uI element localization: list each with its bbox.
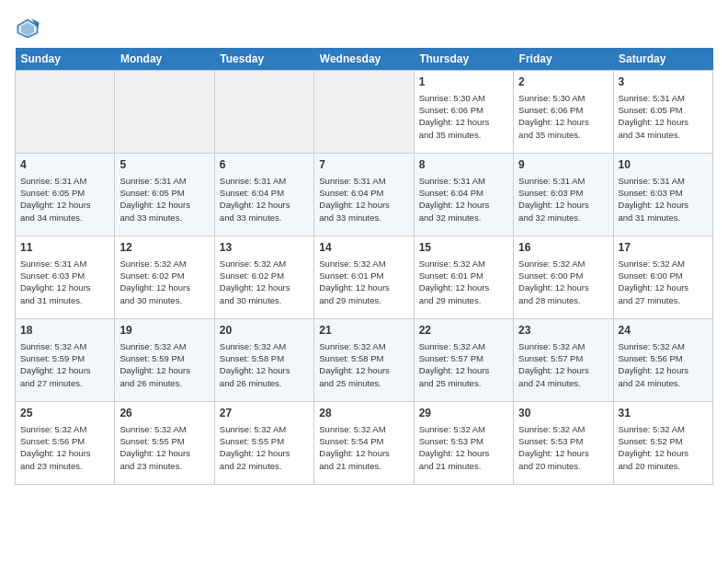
col-header-monday: Monday <box>115 48 214 71</box>
col-header-tuesday: Tuesday <box>214 48 313 71</box>
calendar-cell: 3Sunrise: 5:31 AM Sunset: 6:05 PM Daylig… <box>613 71 712 154</box>
day-info: Sunrise: 5:32 AM Sunset: 5:58 PM Dayligh… <box>220 340 309 389</box>
day-info: Sunrise: 5:31 AM Sunset: 6:05 PM Dayligh… <box>20 175 109 224</box>
calendar-cell: 25Sunrise: 5:32 AM Sunset: 5:56 PM Dayli… <box>16 402 115 485</box>
calendar-week-4: 18Sunrise: 5:32 AM Sunset: 5:59 PM Dayli… <box>16 319 713 402</box>
day-info: Sunrise: 5:32 AM Sunset: 5:52 PM Dayligh… <box>619 423 708 472</box>
day-info: Sunrise: 5:32 AM Sunset: 6:01 PM Dayligh… <box>319 258 408 306</box>
calendar-cell: 18Sunrise: 5:32 AM Sunset: 5:59 PM Dayli… <box>16 319 115 402</box>
page-header <box>15 15 713 40</box>
calendar-cell: 6Sunrise: 5:31 AM Sunset: 6:04 PM Daylig… <box>214 154 313 236</box>
calendar-cell: 9Sunrise: 5:31 AM Sunset: 6:03 PM Daylig… <box>514 154 613 236</box>
day-number: 21 <box>319 323 408 339</box>
calendar-cell: 17Sunrise: 5:32 AM Sunset: 6:00 PM Dayli… <box>613 236 712 319</box>
day-number: 26 <box>119 406 209 421</box>
calendar-cell: 15Sunrise: 5:32 AM Sunset: 6:01 PM Dayli… <box>414 236 513 319</box>
day-info: Sunrise: 5:32 AM Sunset: 5:55 PM Dayligh… <box>220 423 309 472</box>
calendar-cell: 24Sunrise: 5:32 AM Sunset: 5:56 PM Dayli… <box>613 319 712 402</box>
day-number: 19 <box>119 323 209 339</box>
day-info: Sunrise: 5:32 AM Sunset: 5:58 PM Dayligh… <box>319 340 408 389</box>
calendar-cell: 20Sunrise: 5:32 AM Sunset: 5:58 PM Dayli… <box>214 319 313 402</box>
calendar-week-2: 4Sunrise: 5:31 AM Sunset: 6:05 PM Daylig… <box>16 154 713 236</box>
col-header-thursday: Thursday <box>414 48 513 71</box>
day-number: 12 <box>119 240 209 256</box>
day-number: 24 <box>619 323 708 339</box>
calendar-cell: 11Sunrise: 5:31 AM Sunset: 6:03 PM Dayli… <box>16 236 115 319</box>
logo <box>15 15 44 40</box>
day-number: 30 <box>518 406 608 421</box>
calendar-cell: 21Sunrise: 5:32 AM Sunset: 5:58 PM Dayli… <box>314 319 414 402</box>
day-info: Sunrise: 5:32 AM Sunset: 5:55 PM Dayligh… <box>119 423 209 472</box>
day-info: Sunrise: 5:32 AM Sunset: 6:01 PM Dayligh… <box>419 258 508 306</box>
col-header-friday: Friday <box>514 48 613 71</box>
calendar-cell: 14Sunrise: 5:32 AM Sunset: 6:01 PM Dayli… <box>314 236 414 319</box>
day-number: 6 <box>220 157 309 173</box>
calendar-week-5: 25Sunrise: 5:32 AM Sunset: 5:56 PM Dayli… <box>16 402 713 485</box>
day-number: 4 <box>20 157 109 173</box>
calendar-cell: 1Sunrise: 5:30 AM Sunset: 6:06 PM Daylig… <box>414 71 513 154</box>
day-number: 28 <box>319 406 408 421</box>
day-info: Sunrise: 5:32 AM Sunset: 5:57 PM Dayligh… <box>419 340 508 389</box>
day-info: Sunrise: 5:31 AM Sunset: 6:03 PM Dayligh… <box>518 175 608 224</box>
calendar-cell: 23Sunrise: 5:32 AM Sunset: 5:57 PM Dayli… <box>514 319 613 402</box>
day-info: Sunrise: 5:32 AM Sunset: 5:59 PM Dayligh… <box>119 340 209 389</box>
day-number: 31 <box>619 406 708 421</box>
day-number: 16 <box>518 240 608 256</box>
day-number: 20 <box>220 323 309 339</box>
day-number: 25 <box>20 406 109 421</box>
day-number: 3 <box>619 75 708 90</box>
calendar-week-3: 11Sunrise: 5:31 AM Sunset: 6:03 PM Dayli… <box>16 236 713 319</box>
calendar-week-1: 1Sunrise: 5:30 AM Sunset: 6:06 PM Daylig… <box>16 71 713 154</box>
day-info: Sunrise: 5:32 AM Sunset: 5:59 PM Dayligh… <box>20 340 109 389</box>
day-number: 15 <box>419 240 508 256</box>
calendar-cell: 22Sunrise: 5:32 AM Sunset: 5:57 PM Dayli… <box>414 319 513 402</box>
calendar-cell: 28Sunrise: 5:32 AM Sunset: 5:54 PM Dayli… <box>314 402 414 485</box>
calendar-cell: 19Sunrise: 5:32 AM Sunset: 5:59 PM Dayli… <box>115 319 214 402</box>
day-info: Sunrise: 5:31 AM Sunset: 6:03 PM Dayligh… <box>20 258 109 306</box>
day-number: 5 <box>119 157 209 173</box>
calendar-cell: 13Sunrise: 5:32 AM Sunset: 6:02 PM Dayli… <box>214 236 313 319</box>
day-info: Sunrise: 5:32 AM Sunset: 6:02 PM Dayligh… <box>119 258 209 306</box>
day-info: Sunrise: 5:31 AM Sunset: 6:05 PM Dayligh… <box>619 92 708 141</box>
calendar-cell <box>16 71 115 154</box>
day-number: 23 <box>518 323 608 339</box>
day-info: Sunrise: 5:30 AM Sunset: 6:06 PM Dayligh… <box>518 92 608 141</box>
calendar-table: SundayMondayTuesdayWednesdayThursdayFrid… <box>15 48 713 485</box>
day-info: Sunrise: 5:31 AM Sunset: 6:04 PM Dayligh… <box>419 175 508 224</box>
day-number: 17 <box>619 240 708 256</box>
calendar-cell <box>214 71 313 154</box>
day-info: Sunrise: 5:32 AM Sunset: 5:56 PM Dayligh… <box>20 423 109 472</box>
day-info: Sunrise: 5:31 AM Sunset: 6:03 PM Dayligh… <box>619 175 708 224</box>
day-number: 27 <box>220 406 309 421</box>
calendar-cell: 5Sunrise: 5:31 AM Sunset: 6:05 PM Daylig… <box>115 154 214 236</box>
col-header-saturday: Saturday <box>613 48 712 71</box>
day-number: 14 <box>319 240 408 256</box>
calendar-cell: 2Sunrise: 5:30 AM Sunset: 6:06 PM Daylig… <box>514 71 613 154</box>
calendar-cell: 4Sunrise: 5:31 AM Sunset: 6:05 PM Daylig… <box>16 154 115 236</box>
day-number: 11 <box>20 240 109 256</box>
day-info: Sunrise: 5:32 AM Sunset: 6:02 PM Dayligh… <box>220 258 309 306</box>
day-info: Sunrise: 5:31 AM Sunset: 6:05 PM Dayligh… <box>119 175 209 224</box>
day-number: 22 <box>419 323 508 339</box>
calendar-cell: 16Sunrise: 5:32 AM Sunset: 6:00 PM Dayli… <box>514 236 613 319</box>
day-info: Sunrise: 5:32 AM Sunset: 6:00 PM Dayligh… <box>619 258 708 306</box>
calendar-cell <box>115 71 214 154</box>
day-number: 1 <box>419 75 508 90</box>
calendar-cell: 10Sunrise: 5:31 AM Sunset: 6:03 PM Dayli… <box>613 154 712 236</box>
calendar-header-row: SundayMondayTuesdayWednesdayThursdayFrid… <box>16 48 713 71</box>
day-number: 8 <box>419 157 508 173</box>
day-info: Sunrise: 5:32 AM Sunset: 6:00 PM Dayligh… <box>518 258 608 306</box>
calendar-cell: 31Sunrise: 5:32 AM Sunset: 5:52 PM Dayli… <box>613 402 712 485</box>
day-number: 18 <box>20 323 109 339</box>
col-header-wednesday: Wednesday <box>314 48 414 71</box>
day-number: 13 <box>220 240 309 256</box>
day-info: Sunrise: 5:32 AM Sunset: 5:56 PM Dayligh… <box>619 340 708 389</box>
calendar-cell: 26Sunrise: 5:32 AM Sunset: 5:55 PM Dayli… <box>115 402 214 485</box>
day-number: 29 <box>419 406 508 421</box>
calendar-cell: 29Sunrise: 5:32 AM Sunset: 5:53 PM Dayli… <box>414 402 513 485</box>
day-info: Sunrise: 5:30 AM Sunset: 6:06 PM Dayligh… <box>419 92 508 141</box>
day-number: 9 <box>518 157 608 173</box>
day-number: 2 <box>518 75 608 90</box>
day-info: Sunrise: 5:32 AM Sunset: 5:57 PM Dayligh… <box>518 340 608 389</box>
day-info: Sunrise: 5:32 AM Sunset: 5:54 PM Dayligh… <box>319 423 408 472</box>
